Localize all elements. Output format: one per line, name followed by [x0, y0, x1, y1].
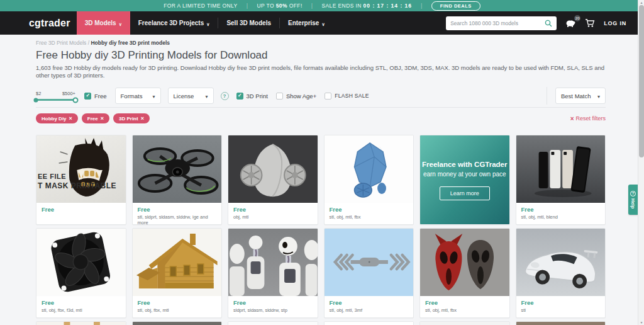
cgtrader-logo[interactable]: cgtrader: [29, 18, 70, 29]
model-card-drone[interactable]: Free stl, sldprt, sldasm, slddrw, ige an…: [132, 135, 223, 225]
filter-tag-free[interactable]: Free: [82, 113, 109, 123]
model-card-wooden-house[interactable]: Free stl, obj, fbx, mtl: [132, 228, 223, 318]
find-deals-button[interactable]: FIND DEALS: [431, 1, 480, 11]
banner-divider: |: [247, 3, 248, 9]
slider-handle-min[interactable]: [34, 98, 38, 102]
model-thumbnail: [516, 135, 606, 203]
help-tab[interactable]: ? Help: [628, 185, 638, 215]
nav-item-enterprise[interactable]: Enterprise: [280, 11, 333, 35]
show-age-checkbox-group[interactable]: Show Age+: [276, 93, 316, 100]
model-thumbnail: [133, 229, 222, 296]
model-card-oni-mask[interactable]: EE FILE T MASK PRINTABLE Free: [36, 135, 126, 225]
model-card-respirator[interactable]: Free obj, mtl: [228, 135, 318, 225]
banner-discount-text: UP TO 50% OFF!: [257, 3, 302, 9]
card-price: Free: [521, 299, 601, 306]
model-card-partial[interactable]: [36, 321, 126, 325]
slider-track[interactable]: [36, 99, 75, 101]
model-card-blue-respirator[interactable]: Free stl, obj, mtl, fbx: [324, 135, 414, 225]
3d-print-checkbox-label: 3D Print: [247, 93, 268, 100]
banner-off: OFF!: [289, 3, 303, 9]
free-checkbox[interactable]: [84, 93, 91, 100]
model-card-partial[interactable]: [419, 321, 510, 325]
price-range-slider[interactable]: $2 $500+: [36, 91, 75, 101]
card-formats: stl, obj, fbx, f3d, mtl: [42, 307, 121, 313]
remove-tag-icon[interactable]: [101, 115, 104, 122]
model-card-fan[interactable]: Free stl, obj, fbx, f3d, mtl: [36, 228, 126, 318]
banner-sale-ends-label: SALE ENDS IN: [321, 3, 361, 9]
model-card-sports-car[interactable]: Free stl: [516, 228, 606, 318]
help-question-icon: ?: [630, 191, 636, 197]
scroll-up-icon[interactable]: ▲: [638, 1, 644, 4]
flash-sale-checkbox-group[interactable]: FLASH SALE: [325, 93, 369, 100]
sort-dropdown-value: Best Match: [561, 93, 591, 100]
freelance-promo-card[interactable]: Freelance with CGTrader earn money at yo…: [419, 135, 510, 225]
learn-more-button[interactable]: Learn more: [440, 186, 490, 200]
card-price: Free: [138, 206, 217, 213]
card-price: Free: [138, 299, 217, 306]
model-thumbnail: [133, 322, 222, 325]
model-grid: EE FILE T MASK PRINTABLE Free: [36, 135, 606, 325]
license-dropdown[interactable]: License: [168, 88, 214, 104]
card-footer: Free stl, obj, mtl, fbx: [325, 203, 414, 223]
model-card-partial[interactable]: [228, 321, 318, 325]
chevron-down-icon: [206, 20, 209, 26]
model-card-partial[interactable]: [516, 321, 606, 325]
nav-item-freelance[interactable]: Freelance 3D Projects: [130, 11, 218, 35]
model-thumbnail: [228, 229, 318, 296]
scrollbar-thumb[interactable]: [639, 5, 644, 157]
model-card-scream-masks[interactable]: Free stl, obj, mtl, fbx: [419, 228, 510, 318]
license-help-icon[interactable]: ?: [221, 92, 229, 100]
sort-section: Best Match: [547, 87, 606, 105]
license-dropdown-label: License: [174, 93, 194, 100]
card-price: Free: [42, 206, 121, 213]
filter-tag-label: Free: [87, 116, 98, 122]
remove-tag-icon[interactable]: [69, 115, 72, 122]
filter-tag-3d-print[interactable]: 3D Print: [113, 113, 150, 123]
scroll-down-icon[interactable]: ▼: [638, 321, 644, 324]
sort-dropdown[interactable]: Best Match: [555, 88, 606, 104]
3d-print-checkbox-group[interactable]: 3D Print: [236, 93, 268, 100]
login-button[interactable]: LOG IN: [604, 20, 626, 26]
page-content: Free 3D Print Models / Hobby diy free 3D…: [0, 40, 644, 325]
model-thumbnail: [228, 135, 318, 203]
cart-icon[interactable]: [585, 19, 595, 28]
nav-item-label: 3D Models: [85, 20, 116, 26]
breadcrumb-parent-link[interactable]: Free 3D Print Models: [36, 40, 86, 46]
3d-print-checkbox[interactable]: [236, 93, 243, 100]
card-formats: stl, obj, mtl, fbx: [330, 214, 409, 220]
card-footer: Free stl, obj, fbx, f3d, mtl: [36, 296, 126, 316]
search-icon[interactable]: [545, 20, 552, 27]
slider-handle-max[interactable]: [73, 97, 79, 103]
reset-filters-button[interactable]: Reset filters: [570, 115, 606, 122]
nav-menu: 3D Models Freelance 3D Projects Sell 3D …: [77, 11, 333, 35]
model-card-phones[interactable]: Free stl, obj, mtl, blend: [516, 135, 606, 225]
flash-sale-checkbox[interactable]: [325, 93, 331, 100]
chevron-down-icon: [153, 93, 155, 100]
banner-discount-value: 50%: [276, 3, 287, 9]
filter-tag-label: Hobby Diy: [42, 116, 67, 122]
show-age-checkbox-label: Show Age+: [286, 93, 316, 100]
card-price: Free: [330, 299, 409, 306]
page-scrollbar[interactable]: ▲ ▼: [638, 0, 644, 325]
search-input[interactable]: [450, 20, 545, 26]
model-card-robots[interactable]: Free sldprt, sldasm, slddrw, stp: [228, 228, 318, 318]
chevron-down-icon: [119, 20, 122, 26]
nav-item-label: Sell 3D Models: [226, 20, 271, 26]
model-card-partial[interactable]: [132, 321, 223, 325]
credits-piggy-bank-icon[interactable]: 20: [565, 19, 576, 27]
free-checkbox-group[interactable]: Free: [84, 93, 107, 100]
nav-item-sell[interactable]: Sell 3D Models: [218, 11, 279, 35]
card-formats: stl, obj, mtl, blend: [521, 214, 601, 220]
nav-item-3d-models[interactable]: 3D Models: [77, 11, 130, 35]
sale-banner: FOR A LIMITED TIME ONLY | UP TO 50% OFF!…: [0, 0, 644, 11]
remove-tag-icon[interactable]: [141, 115, 144, 122]
formats-dropdown[interactable]: Formats: [115, 88, 161, 104]
filter-tag-hobby-diy[interactable]: Hobby Diy: [36, 113, 78, 123]
overlay-line-1: EE FILE: [38, 172, 116, 181]
show-age-checkbox[interactable]: [276, 93, 283, 100]
model-card-partial[interactable]: [324, 321, 414, 325]
card-price: Free: [233, 206, 313, 213]
card-footer: Free stl: [516, 296, 606, 316]
model-thumbnail: [420, 322, 509, 325]
model-card-ear-saver[interactable]: Free stl, obj, mtl, 3mf: [324, 228, 414, 318]
